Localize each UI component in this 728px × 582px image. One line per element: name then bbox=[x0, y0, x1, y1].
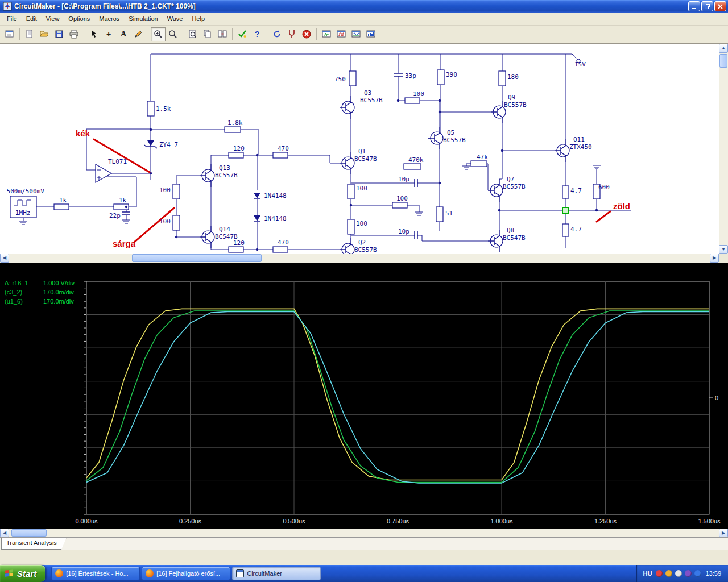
messenger-icon[interactable] bbox=[685, 570, 692, 577]
component-label: 470k bbox=[408, 156, 424, 164]
svg-text:Q11: Q11 bbox=[573, 136, 585, 143]
menu-item-macros[interactable]: Macros bbox=[94, 14, 124, 24]
waveform-horizontal-scrollbar[interactable]: ◀ ▶ bbox=[0, 529, 728, 537]
fit-page-button[interactable] bbox=[185, 27, 200, 41]
menu-item-options[interactable]: Options bbox=[64, 14, 94, 24]
diode-1n4148[interactable]: 1N4148 bbox=[254, 215, 287, 222]
schematic-canvas[interactable]: Q3BC557BQ9BC557BQ5BC557BQ11ZTX450Q1BC547… bbox=[0, 44, 719, 254]
menu-item-file[interactable]: File bbox=[2, 14, 22, 24]
print-button[interactable] bbox=[67, 27, 81, 41]
probe-marker[interactable] bbox=[562, 207, 568, 213]
annotation-zöld: zöld bbox=[613, 201, 630, 211]
horizontal-scroll-thumb[interactable] bbox=[132, 254, 262, 262]
transistor-Q11[interactable]: Q11ZTX450 bbox=[555, 136, 592, 162]
transistor-Q3[interactable]: Q3BC557B bbox=[340, 89, 383, 119]
svg-text:Q5: Q5 bbox=[447, 129, 454, 136]
taskbar-task-16-rtes-t-sek-ho[interactable]: [16] Értesítések - Ho... bbox=[51, 567, 140, 580]
scroll-right-button[interactable]: ▶ bbox=[710, 253, 719, 263]
right-axis-marker: 0 bbox=[715, 394, 718, 401]
circuitmaker-app-icon bbox=[3, 2, 12, 11]
scope-window-icon bbox=[321, 29, 332, 39]
schematic-vertical-scrollbar[interactable]: ▲ ▼ bbox=[719, 44, 728, 254]
scroll-down-button[interactable]: ▼ bbox=[719, 245, 728, 254]
menu-item-simulation[interactable]: Simulation bbox=[124, 14, 162, 24]
transistor-Q9[interactable]: Q9BC557B bbox=[491, 94, 527, 123]
new-board-button[interactable] bbox=[2, 27, 17, 41]
menu-item-edit[interactable]: Edit bbox=[22, 14, 42, 24]
restore-button[interactable] bbox=[701, 1, 713, 11]
component-label: 47k bbox=[477, 153, 488, 161]
save-button[interactable] bbox=[52, 27, 67, 41]
scope-window-button-2[interactable] bbox=[334, 27, 349, 41]
scope-window-button-4[interactable] bbox=[363, 27, 378, 41]
run-simulation-button[interactable] bbox=[235, 27, 250, 41]
copy-button[interactable] bbox=[200, 27, 215, 41]
stop-icon bbox=[301, 29, 312, 39]
network-icon[interactable] bbox=[694, 570, 701, 577]
waveform-plot[interactable]: 0.000us0.250us0.500us0.750us1.000us1.250… bbox=[0, 263, 728, 529]
open-file-button[interactable] bbox=[37, 27, 52, 41]
component-label: 51 bbox=[445, 210, 453, 217]
taskbar-task-circuitmaker[interactable]: CircuitMaker bbox=[232, 567, 321, 580]
alert-icon[interactable] bbox=[656, 570, 663, 577]
diode-1n4148[interactable]: 1N4148 bbox=[254, 192, 287, 199]
vertical-scroll-thumb[interactable] bbox=[719, 54, 727, 68]
volume-icon[interactable] bbox=[675, 570, 682, 577]
help-button[interactable]: ? bbox=[250, 27, 264, 41]
zoom-in-button[interactable] bbox=[151, 27, 166, 41]
open-folder-icon bbox=[39, 29, 49, 39]
svg-text:BC547B: BC547B bbox=[503, 234, 526, 242]
component-label: 1k bbox=[59, 197, 67, 204]
scroll-left-button[interactable]: ◀ bbox=[0, 529, 9, 537]
transistor-Q13[interactable]: Q13BC557B bbox=[200, 164, 238, 187]
transistor-Q5[interactable]: Q5BC557B bbox=[428, 127, 466, 149]
toolbar-separator bbox=[148, 28, 148, 40]
schematic-horizontal-scrollbar[interactable]: ◀ ▶ bbox=[0, 253, 728, 263]
scope-window-button-1[interactable] bbox=[319, 27, 334, 41]
transistor-Q14[interactable]: Q14BC547B bbox=[200, 226, 238, 248]
minimize-button[interactable] bbox=[688, 1, 700, 11]
scroll-right-button[interactable]: ▶ bbox=[719, 529, 728, 537]
component-label: 470 bbox=[278, 145, 289, 152]
split-window-button[interactable] bbox=[215, 27, 230, 41]
menu-item-view[interactable]: View bbox=[42, 14, 64, 24]
component-label: 4.7 bbox=[570, 187, 582, 194]
scroll-left-button[interactable]: ◀ bbox=[0, 253, 9, 263]
taskbar-task-16-fejhallgat-er-s[interactable]: [16] Fejhallgató erősí... bbox=[142, 567, 230, 580]
zoom-tool-button[interactable] bbox=[166, 27, 180, 41]
system-tray: HU 13:59 bbox=[636, 565, 728, 582]
language-indicator[interactable]: HU bbox=[643, 570, 652, 577]
close-button[interactable] bbox=[714, 1, 726, 11]
analysis-tab-bar: Transient Analysis bbox=[0, 537, 728, 550]
place-part-button[interactable]: + bbox=[101, 27, 116, 41]
scanner-icon[interactable] bbox=[665, 570, 672, 577]
tab-transient-analysis[interactable]: Transient Analysis bbox=[1, 538, 67, 550]
transistor-Q8[interactable]: Q8BC547B bbox=[488, 227, 526, 252]
component-label: 120 bbox=[233, 145, 245, 152]
scope-window-button-3[interactable] bbox=[349, 27, 363, 41]
zoom-in-icon bbox=[153, 29, 163, 39]
waveform-scroll-thumb[interactable] bbox=[11, 529, 47, 537]
check-wand-icon bbox=[237, 29, 247, 39]
probe-icon bbox=[287, 29, 297, 39]
menu-item-wave[interactable]: Wave bbox=[163, 14, 188, 24]
select-tool-button[interactable] bbox=[86, 27, 101, 41]
scroll-up-button[interactable]: ▲ bbox=[719, 44, 728, 53]
wire-tool-button[interactable] bbox=[131, 27, 146, 41]
text-tool-button[interactable]: A bbox=[116, 27, 131, 41]
transistor-Q2[interactable]: Q2BC557B bbox=[340, 238, 377, 254]
new-file-button[interactable] bbox=[22, 27, 37, 41]
annotation-line-sarga bbox=[134, 208, 174, 242]
transistor-Q1[interactable]: Q1BC547B bbox=[340, 148, 377, 174]
reset-button[interactable] bbox=[270, 27, 284, 41]
stop-button[interactable] bbox=[299, 27, 314, 41]
component-label: 180 bbox=[507, 73, 519, 81]
plus-icon: + bbox=[106, 30, 111, 38]
waveform-panel: 0.000us0.250us0.500us0.750us1.000us1.250… bbox=[0, 263, 728, 529]
menu-item-help[interactable]: Help bbox=[187, 14, 209, 24]
start-button[interactable]: Start bbox=[0, 565, 46, 582]
transistor-Q7[interactable]: Q7BC557B bbox=[488, 176, 526, 202]
probe-tool-button[interactable] bbox=[284, 27, 299, 41]
svg-text:BC557B: BC557B bbox=[503, 183, 526, 190]
clock: 13:59 bbox=[705, 570, 721, 577]
